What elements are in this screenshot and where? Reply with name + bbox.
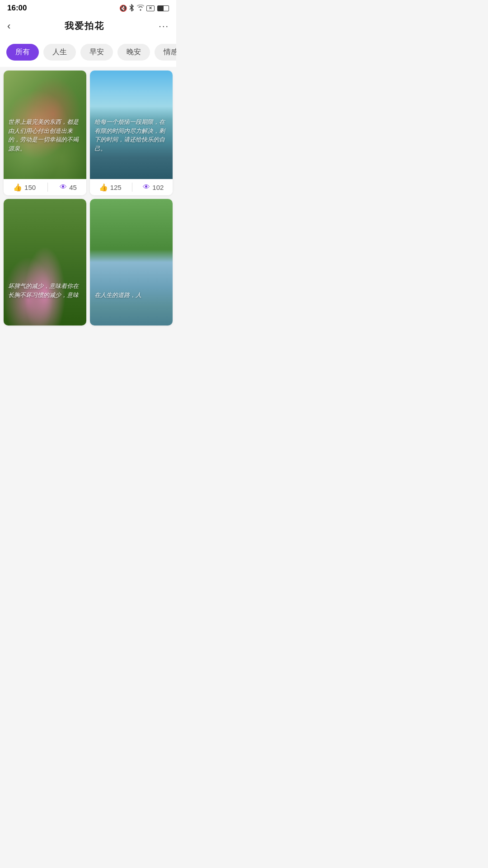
category-bar: 所有 人生 早安 晚安 情感 默认 <box>0 38 176 67</box>
back-button[interactable]: ‹ <box>7 20 10 32</box>
card-4-overlay-text: 在人生的道路，人 <box>90 287 173 303</box>
view-icon-2: 👁 <box>143 183 150 191</box>
status-time: 16:00 <box>7 4 27 13</box>
card-1-overlay-text: 世界上最完美的东西，都是由人们用心付出创造出来的，劳动是一切幸福的不竭源泉。 <box>4 114 86 156</box>
battery-icon <box>157 5 169 11</box>
card-1-view-count: 45 <box>69 184 77 191</box>
mute-icon: 🔇 <box>119 5 127 12</box>
view-icon: 👁 <box>60 183 67 191</box>
card-1-views: 👁 45 <box>60 183 77 191</box>
status-bar: 16:00 🔇 ✕ <box>0 0 176 14</box>
stat-divider-2 <box>132 183 132 192</box>
card-1-like-count: 150 <box>24 184 36 191</box>
card-2-overlay-text: 给每一个烦恼一段期限，在有限的时间内尽力解决，剩下的时间，请还给快乐的自己。 <box>90 114 173 156</box>
card-1[interactable]: 世界上最完美的东西，都是由人们用心付出创造出来的，劳动是一切幸福的不竭源泉。 👍… <box>4 71 86 195</box>
like-icon: 👍 <box>13 183 22 192</box>
tab-all[interactable]: 所有 <box>6 44 39 61</box>
flower-image <box>4 199 86 326</box>
stat-divider <box>47 183 48 192</box>
tab-life[interactable]: 人生 <box>43 44 76 61</box>
tab-emotion[interactable]: 情感 <box>155 44 176 61</box>
card-1-stats: 👍 150 👁 45 <box>4 179 86 195</box>
sim-icon: ✕ <box>146 5 155 11</box>
card-2-views: 👁 102 <box>143 183 164 191</box>
card-2-stats: 👍 125 👁 102 <box>90 179 173 195</box>
header: ‹ 我爱拍花 ··· <box>0 14 176 38</box>
like-icon-2: 👍 <box>99 183 108 192</box>
tab-morning[interactable]: 早安 <box>80 44 113 61</box>
card-3[interactable]: 坏脾气的减少，意味着你在长胸不坏习惯的减少，意味 <box>4 199 86 326</box>
wifi-icon <box>136 5 145 12</box>
card-2[interactable]: 给每一个烦恼一段期限，在有限的时间内尽力解决，剩下的时间，请还给快乐的自己。 👍… <box>90 71 173 195</box>
tab-night[interactable]: 晚安 <box>117 44 150 61</box>
page-title: 我爱拍花 <box>65 20 104 32</box>
card-1-image: 世界上最完美的东西，都是由人们用心付出创造出来的，劳动是一切幸福的不竭源泉。 <box>4 71 86 179</box>
card-1-likes: 👍 150 <box>13 183 36 192</box>
card-3-overlay-text: 坏脾气的减少，意味着你在长胸不坏习惯的减少，意味 <box>4 278 86 303</box>
card-4[interactable]: 在人生的道路，人 <box>90 199 173 326</box>
card-3-image: 坏脾气的减少，意味着你在长胸不坏习惯的减少，意味 <box>4 199 86 326</box>
card-4-image: 在人生的道路，人 <box>90 199 173 326</box>
child-image <box>90 199 173 326</box>
card-2-likes: 👍 125 <box>99 183 122 192</box>
card-2-image: 给每一个烦恼一段期限，在有限的时间内尽力解决，剩下的时间，请还给快乐的自己。 <box>90 71 173 179</box>
card-grid: 世界上最完美的东西，都是由人们用心付出创造出来的，劳动是一切幸福的不竭源泉。 👍… <box>0 67 176 329</box>
status-icons: 🔇 ✕ <box>119 4 169 13</box>
bluetooth-icon <box>129 4 135 13</box>
card-2-view-count: 102 <box>152 184 164 191</box>
card-2-like-count: 125 <box>110 184 122 191</box>
more-button[interactable]: ··· <box>159 21 169 31</box>
